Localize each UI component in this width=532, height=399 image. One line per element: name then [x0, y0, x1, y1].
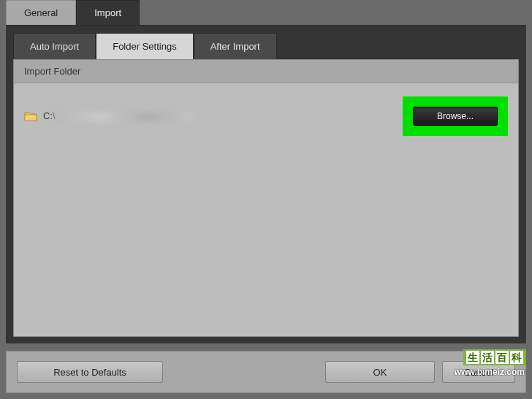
watermark-badge: 生 活 百 科	[463, 349, 526, 365]
dialog-button-bar: Reset to Defaults OK Cancel	[6, 351, 526, 393]
ok-button[interactable]: OK	[325, 361, 435, 383]
import-folder-heading: Import Folder	[14, 60, 518, 83]
folder-settings-content: Import Folder C:\ Browse...	[13, 59, 519, 337]
folder-icon	[24, 111, 37, 121]
folder-display: C:\	[24, 110, 193, 122]
reset-defaults-button[interactable]: Reset to Defaults	[17, 361, 163, 383]
outer-tab-bar: General Import	[0, 0, 532, 25]
tab-auto-import[interactable]: Auto Import	[13, 33, 96, 59]
folder-path-label: C:\	[43, 110, 193, 122]
import-folder-row: C:\ Browse...	[14, 83, 518, 149]
watermark-char: 科	[510, 351, 523, 364]
watermark-char: 生	[466, 351, 479, 364]
browse-button[interactable]: Browse...	[413, 107, 498, 126]
watermark-char: 百	[495, 351, 509, 364]
browse-highlight: Browse...	[403, 96, 508, 136]
tab-import[interactable]: Import	[76, 0, 140, 25]
watermark-char: 活	[481, 351, 494, 364]
tab-general[interactable]: General	[6, 0, 76, 25]
inner-tab-bar: Auto Import Folder Settings After Import	[13, 33, 519, 59]
folder-path-redacted	[54, 112, 193, 122]
tab-after-import[interactable]: After Import	[194, 33, 277, 59]
watermark-url: www.bimeiz.com	[455, 367, 525, 377]
import-panel: Auto Import Folder Settings After Import…	[6, 25, 526, 343]
tab-folder-settings[interactable]: Folder Settings	[96, 33, 193, 59]
